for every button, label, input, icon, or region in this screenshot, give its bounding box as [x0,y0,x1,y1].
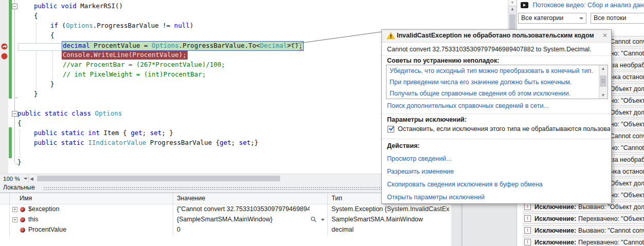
popup-action-link[interactable]: Разрешить изменение [387,168,454,175]
code-line: { [34,12,38,21]
scroll-left-icon[interactable]: ◀ [30,176,33,181]
popup-action-link[interactable]: Скопировать сведения исключения в буфер … [387,181,543,188]
breakpoint-margin[interactable] [0,0,8,174]
code-token: null [174,22,190,29]
exception-event-icon: ! [524,203,531,210]
code-token: ) [190,22,194,29]
code-token: public static int [34,129,100,137]
break-on-exception-checkbox[interactable] [388,126,394,133]
variable-icon [20,228,25,233]
code-line: } [17,158,22,167]
streams-filter-value: Все потоки [594,13,626,23]
categories-filter-select[interactable]: Все категории [518,13,586,24]
popup-titlebar[interactable]: InvalidCastException не обработано польз… [382,30,611,43]
popup-action-link[interactable]: Просмотр сведений... [387,155,452,162]
event-category-label: Исключение: [535,215,576,222]
code-token: ProgressBarValue { [146,139,219,146]
scroll-down-icon[interactable]: ▼ [599,93,607,98]
fold-end-tick [15,98,18,98]
change-bar [9,0,12,99]
streaming-video-link[interactable]: Потоковое видео: Сбор и анализ данных [532,2,644,9]
checkbox-label: Остановить, если исключения этого типа н… [398,125,610,133]
event-text: Перехвачено: "Cannot convert 32.75331035… [578,239,644,246]
troubleshooting-tips-list[interactable]: Убедитесь, что исходный тип можно преобр… [386,65,608,99]
code-token: ; } [161,129,173,137]
search-online-link[interactable]: Поиск дополнительных справочных сведений… [387,102,549,109]
variable-icon [20,207,25,212]
locals-row[interactable]: +this{SampleSmartSMA.MainWindow}SampleSm… [0,215,451,225]
variable-value: 0 [177,226,309,233]
zoom-level-select[interactable]: 100 % [1,175,25,183]
code-token: set [239,139,251,146]
troubleshooting-tip-link[interactable]: Убедитесь, что исходный тип можно преобр… [390,67,593,74]
code-token: public void [34,2,77,10]
locals-row[interactable]: ProcentValue0decimal [0,225,451,235]
magnifier-icon [310,216,317,223]
streaming-video-row[interactable]: Потоковое видео: Сбор и анализ данных [521,2,644,10]
scroll-up-icon[interactable]: ▲ [508,7,517,11]
code-token: IIndicatorValue [88,139,146,146]
exception-assistant-popup: InvalidCastException не обработано польз… [381,29,612,204]
code-line: } [34,90,38,99]
breakpoint-icon[interactable] [1,53,8,60]
tips-header: Советы по устранению неполадок: [387,57,499,64]
horizontal-scrollbar-thumb[interactable] [37,176,280,181]
event-list-item[interactable]: !Исключение:Перехвачено: "Объект должен … [523,213,644,224]
code-token [91,109,95,117]
expand-plus-icon[interactable]: + [12,207,17,212]
scrollbar-thumb[interactable] [600,75,606,87]
code-line: { [17,119,22,128]
code-token: Item { [100,129,131,137]
code-token: Options [66,22,93,29]
scrollbar-splitter-handle[interactable]: + [508,0,517,6]
column-header-type[interactable]: Тип [332,195,342,202]
structure-guide [36,23,36,90]
zoom-dropdown-icon[interactable] [24,178,28,180]
event-list-item[interactable]: !Исключение:Перехвачено: "Cannot convert… [523,237,644,246]
troubleshooting-tip-link[interactable]: Получить общие справочные сведения об эт… [390,90,571,97]
code-line: public static IIndicatorValue ProgressBa… [34,139,259,147]
code-token: Options [152,42,179,49]
code-line: decimal ProcentValue = Options.ProgressB… [62,41,304,51]
scroll-up-icon[interactable]: ▲ [599,66,607,71]
code-comment: //var ProcentBar = (267*ProcentValue)/10… [63,61,225,68]
event-list-item[interactable]: !Исключение:Вызвано: "Cannot convert 32.… [523,225,644,236]
code-token: Console.WriteLine(ProcentValue); [63,51,187,59]
streams-filter-select[interactable]: Все потоки [591,13,644,24]
expand-plus-icon[interactable]: + [12,217,17,222]
close-icon[interactable]: ✕ [602,32,608,39]
code-token: get [131,129,142,137]
code-token: ProcentValue = [90,42,152,49]
magnifier-dropdown[interactable] [310,216,326,223]
locals-panel-title: Локальные [3,184,35,191]
fold-collapse-box[interactable]: − [12,4,17,9]
exception-message: Cannot convert 32.7533103530979794698940… [387,46,607,53]
event-category-label: Исключение: [535,239,576,246]
code-token: ;} [250,139,258,146]
variable-value: {"Cannot convert 32.75331035309797946989… [177,205,309,213]
variable-icon [20,217,25,222]
current-statement-breakpoint-icon[interactable] [1,43,8,50]
divider [28,175,29,183]
editor-blank-box [18,43,62,51]
tips-scrollbar[interactable]: ▲ ▼ [599,65,608,99]
fold-collapse-box[interactable]: − [12,111,17,117]
column-header-value[interactable]: Значение [177,195,205,202]
column-header-name[interactable]: Имя [20,195,32,202]
play-video-icon[interactable] [521,2,528,8]
code-token: ( [58,22,66,29]
code-line: //var ProcentBar = (267*ProcentValue)/10… [63,61,225,69]
code-token: } [50,80,54,88]
variable-value: {SampleSmartSMA.MainWindow} [177,216,309,223]
locals-row[interactable]: +$exception{"Cannot convert 32.753310353… [0,204,451,215]
exception-event-icon: ! [524,239,531,245]
variable-name: $exception [28,205,59,213]
code-line: { [50,31,54,40]
popup-action-link[interactable]: Открыть параметры исключений [387,194,485,201]
code-line: public void MarkerRSI() [34,2,123,11]
divider [382,55,611,56]
code-token: { [34,12,38,20]
code-token: { [17,119,22,127]
troubleshooting-tip-link[interactable]: При приведении числа его значение должно… [390,79,572,86]
fold-outline-line [14,0,15,162]
